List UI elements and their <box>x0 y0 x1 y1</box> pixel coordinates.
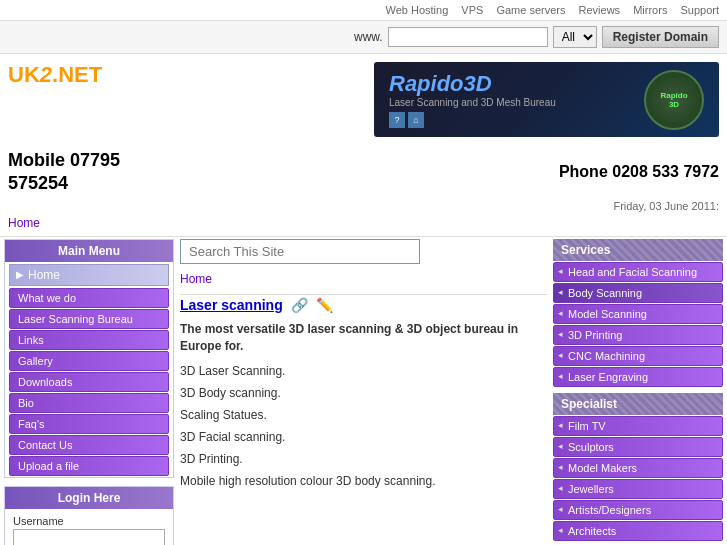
page-divider <box>0 236 727 237</box>
sidebar-item-laser-scanning[interactable]: Laser Scanning Bureau <box>9 309 169 329</box>
sidebar-home-item[interactable]: ▶ Home <box>9 264 169 286</box>
search-input[interactable] <box>180 239 420 264</box>
sidebar-item-bio[interactable]: Bio <box>9 393 169 413</box>
nav-mirrors[interactable]: Mirrors <box>633 4 667 16</box>
banner-text: Rapido3D Laser Scanning and 3D Mesh Bure… <box>389 71 556 128</box>
sidebar-item-what-we-do[interactable]: What we do <box>9 288 169 308</box>
content-item-4: 3D Printing. <box>180 452 547 466</box>
header: UK2.NET Rapido3D Laser Scanning and 3D M… <box>0 54 727 145</box>
logo-highlight: 2 <box>40 62 52 87</box>
nav-reviews[interactable]: Reviews <box>579 4 621 16</box>
username-input[interactable] <box>13 529 165 545</box>
login-box: Login Here Username Password <box>4 486 174 545</box>
main-menu-title: Main Menu <box>5 240 173 262</box>
center-content: Home Laser scanning 🔗 ✏️ The most versat… <box>174 239 553 545</box>
sidebar-home-label: Home <box>28 268 60 282</box>
sidebar-item-contact-us[interactable]: Contact Us <box>9 435 169 455</box>
nav-support[interactable]: Support <box>680 4 719 16</box>
breadcrumb-home[interactable]: Home <box>180 272 212 286</box>
rs-3d-printing[interactable]: 3D Printing <box>553 325 723 345</box>
rs-model-scanning[interactable]: Model Scanning <box>553 304 723 324</box>
username-label: Username <box>13 515 165 527</box>
main-layout: Main Menu ▶ Home What we do Laser Scanni… <box>0 239 727 545</box>
left-sidebar: Main Menu ▶ Home What we do Laser Scanni… <box>4 239 174 545</box>
page-title-icon-1: 🔗 <box>291 297 308 313</box>
top-navigation: Web Hosting VPS Game servers Reviews Mir… <box>0 0 727 21</box>
mobile-number: Mobile 07795575254 <box>8 149 120 196</box>
sidebar-item-faqs[interactable]: Faq's <box>9 414 169 434</box>
phone-number: Phone 0208 533 7972 <box>559 163 719 181</box>
home-link-bar: Home <box>0 214 727 234</box>
nav-webhosting[interactable]: Web Hosting <box>385 4 448 16</box>
nav-vps[interactable]: VPS <box>461 4 483 16</box>
content-item-3: 3D Facial scanning. <box>180 430 547 444</box>
sidebar-item-links[interactable]: Links <box>9 330 169 350</box>
banner-subtitle: Laser Scanning and 3D Mesh Bureau <box>389 97 556 108</box>
login-title: Login Here <box>5 487 173 509</box>
intro-text: The most versatile 3D laser scanning & 3… <box>180 321 547 355</box>
banner-icon-1[interactable]: ? <box>389 112 405 128</box>
content-item-1: 3D Body scanning. <box>180 386 547 400</box>
home-link[interactable]: Home <box>8 216 40 230</box>
page-body: The most versatile 3D laser scanning & 3… <box>180 321 547 489</box>
login-form: Username Password <box>5 509 173 545</box>
register-domain-button[interactable]: Register Domain <box>602 26 719 48</box>
rs-artists-designers[interactable]: Artists/Designers <box>553 500 723 520</box>
banner-icons: ? ⌂ <box>389 112 556 128</box>
logo-part1: UK <box>8 62 40 87</box>
domain-type-select[interactable]: All <box>553 26 597 48</box>
banner-logo-text: Rapido3D <box>660 91 687 109</box>
rs-laser-engraving[interactable]: Laser Engraving <box>553 367 723 387</box>
rs-model-makers[interactable]: Model Makers <box>553 458 723 478</box>
rs-jewellers[interactable]: Jewellers <box>553 479 723 499</box>
specialist-title: Specialist <box>553 393 723 415</box>
logo-text: UK2.NET <box>8 62 168 88</box>
banner-icon-2[interactable]: ⌂ <box>408 112 424 128</box>
main-menu-box: Main Menu ▶ Home What we do Laser Scanni… <box>4 239 174 478</box>
nav-gameservers[interactable]: Game servers <box>496 4 565 16</box>
rs-film-tv[interactable]: Film TV <box>553 416 723 436</box>
rs-sculptors[interactable]: Sculptors <box>553 437 723 457</box>
page-title-row: Laser scanning 🔗 ✏️ <box>180 297 547 313</box>
sidebar-item-downloads[interactable]: Downloads <box>9 372 169 392</box>
content-item-5: Mobile high resolution colour 3D body sc… <box>180 474 547 488</box>
page-title-icon-2: ✏️ <box>316 297 333 313</box>
content-item-2: Scaling Statues. <box>180 408 547 422</box>
banner-logo-circle: Rapido3D <box>644 70 704 130</box>
www-label: www. <box>354 30 383 44</box>
banner-title: Rapido3D <box>389 71 556 97</box>
domain-bar: www. All Register Domain <box>0 21 727 54</box>
rs-architects[interactable]: Architects <box>553 521 723 541</box>
specialist-section: Specialist Film TV Sculptors Model Maker… <box>553 393 723 541</box>
date-display: Friday, 03 June 2011: <box>0 198 727 214</box>
contact-bar: Mobile 07795575254 Phone 0208 533 7972 <box>0 145 727 198</box>
breadcrumb: Home <box>180 272 547 286</box>
site-logo: UK2.NET <box>8 62 168 88</box>
logo-part2: .NET <box>52 62 102 87</box>
rs-body-scanning[interactable]: Body Scanning <box>553 283 723 303</box>
content-item-0: 3D Laser Scanning. <box>180 364 547 378</box>
rs-cnc-machining[interactable]: CNC Machining <box>553 346 723 366</box>
domain-input[interactable] <box>388 27 548 47</box>
banner-area: Rapido3D Laser Scanning and 3D Mesh Bure… <box>168 62 719 137</box>
services-title: Services <box>553 239 723 261</box>
sidebar-item-upload[interactable]: Upload a file <box>9 456 169 476</box>
rapido3d-banner: Rapido3D Laser Scanning and 3D Mesh Bure… <box>374 62 719 137</box>
page-title-link[interactable]: Laser scanning <box>180 297 283 313</box>
home-arrow-icon: ▶ <box>16 269 24 280</box>
sidebar-item-gallery[interactable]: Gallery <box>9 351 169 371</box>
services-section: Services Head and Facial Scanning Body S… <box>553 239 723 387</box>
content-divider <box>180 294 547 295</box>
right-sidebar: Services Head and Facial Scanning Body S… <box>553 239 723 545</box>
rs-head-facial[interactable]: Head and Facial Scanning <box>553 262 723 282</box>
search-bar-row <box>180 239 547 264</box>
